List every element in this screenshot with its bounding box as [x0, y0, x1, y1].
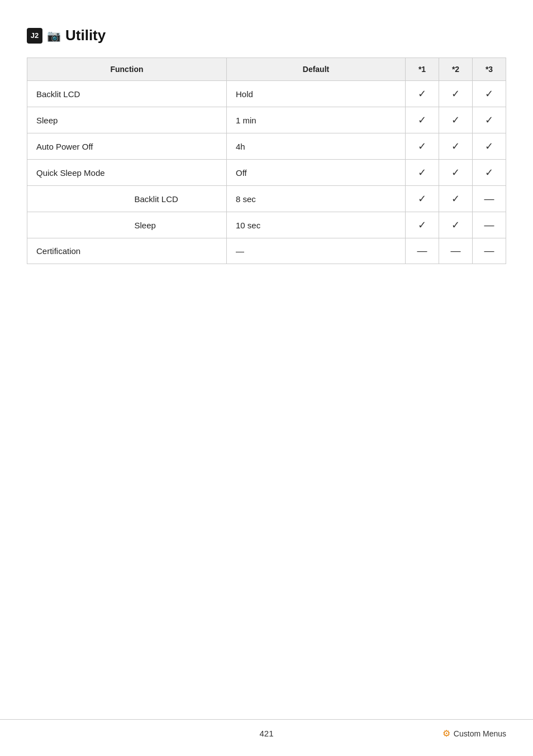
cell-default: Hold	[227, 81, 406, 107]
cell-star2: ✓	[439, 81, 473, 107]
page-title: Utility	[65, 27, 106, 44]
camera-icon: 📷	[47, 29, 61, 42]
cell-star1: ✓	[406, 212, 439, 238]
cell-star1: ✓	[406, 186, 439, 212]
cell-default: 8 sec	[227, 186, 406, 212]
cell-star1: ✓	[406, 160, 439, 186]
badge-j2: J2	[27, 28, 42, 44]
col-header-star1: *1	[406, 58, 439, 81]
cell-star3: —	[473, 186, 506, 212]
table-row: Backlit LCD 8 sec ✓ ✓ —	[27, 186, 506, 212]
custom-menus-label: Custom Menus	[454, 729, 506, 738]
table-row: Backlit LCD Hold ✓ ✓ ✓	[27, 81, 506, 107]
col-header-default: Default	[227, 58, 406, 81]
cell-star1: ✓	[406, 107, 439, 133]
table-row: Sleep 1 min ✓ ✓ ✓	[27, 107, 506, 133]
cell-default: —	[227, 238, 406, 264]
cell-function: Certification	[27, 238, 227, 264]
cell-star2: ✓	[439, 212, 473, 238]
table-header-row: Function Default *1 *2 *3	[27, 58, 506, 81]
cell-function-sub: Sleep	[117, 212, 227, 238]
cell-star3: ✓	[473, 107, 506, 133]
cell-star3: —	[473, 238, 506, 264]
custom-menus-link[interactable]: ⚙ Custom Menus	[442, 728, 506, 739]
cell-star3: ✓	[473, 160, 506, 186]
cell-star1: ✓	[406, 81, 439, 107]
table-row: Sleep 10 sec ✓ ✓ —	[27, 212, 506, 238]
cell-default: 4h	[227, 133, 406, 160]
cell-function: Sleep	[27, 107, 227, 133]
cell-star2: ✓	[439, 186, 473, 212]
page-header: J2 📷 Utility	[27, 27, 506, 44]
cell-star2: ✓	[439, 133, 473, 160]
cell-function: Quick Sleep Mode	[27, 160, 227, 186]
gear-icon: ⚙	[442, 728, 450, 739]
cell-star2: ✓	[439, 107, 473, 133]
col-header-star2: *2	[439, 58, 473, 81]
page-footer: 421 ⚙ Custom Menus	[0, 719, 533, 738]
cell-star2: —	[439, 238, 473, 264]
table-row: Auto Power Off 4h ✓ ✓ ✓	[27, 133, 506, 160]
cell-default: 1 min	[227, 107, 406, 133]
cell-default: Off	[227, 160, 406, 186]
cell-star2: ✓	[439, 160, 473, 186]
table-row: Certification — — — —	[27, 238, 506, 264]
cell-function-sub: Backlit LCD	[117, 186, 227, 212]
col-header-function: Function	[27, 58, 227, 81]
cell-function-parent	[27, 212, 117, 238]
cell-function: Backlit LCD	[27, 81, 227, 107]
cell-star1: —	[406, 238, 439, 264]
cell-star3: ✓	[473, 81, 506, 107]
cell-function: Auto Power Off	[27, 133, 227, 160]
cell-default: 10 sec	[227, 212, 406, 238]
cell-star3: ✓	[473, 133, 506, 160]
utility-table: Function Default *1 *2 *3 Backlit LCD Ho…	[27, 58, 506, 264]
table-row: Quick Sleep Mode Off ✓ ✓ ✓	[27, 160, 506, 186]
cell-star1: ✓	[406, 133, 439, 160]
col-header-star3: *3	[473, 58, 506, 81]
cell-function-parent	[27, 186, 117, 212]
cell-star3: —	[473, 212, 506, 238]
